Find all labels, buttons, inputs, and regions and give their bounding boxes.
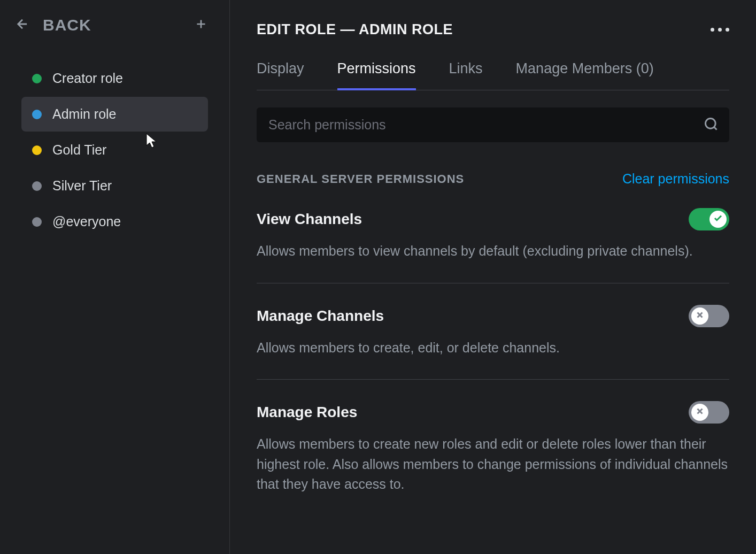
more-options-button[interactable] bbox=[711, 28, 729, 32]
tab-links[interactable]: Links bbox=[449, 60, 483, 90]
role-name-label: Silver Tier bbox=[52, 178, 112, 194]
add-role-button[interactable] bbox=[194, 17, 208, 33]
sidebar-item-everyone[interactable]: @everyone bbox=[21, 204, 208, 239]
permission-title: View Channels bbox=[257, 211, 362, 228]
toggle-thumb bbox=[691, 307, 708, 325]
role-name-label: Creator role bbox=[52, 71, 123, 86]
role-color-dot bbox=[32, 74, 42, 83]
svg-point-0 bbox=[706, 118, 716, 128]
search-container bbox=[257, 107, 729, 142]
permission-header: Manage Roles bbox=[257, 401, 729, 424]
permission-item-manage-channels: Manage Channels Allows members to create… bbox=[257, 305, 729, 380]
page-title: EDIT ROLE — ADMIN ROLE bbox=[257, 21, 453, 38]
sidebar-header: BACK bbox=[0, 16, 229, 34]
permission-item-manage-roles: Manage Roles Allows members to create ne… bbox=[257, 401, 729, 516]
role-name-label: Gold Tier bbox=[52, 142, 106, 158]
permission-toggle[interactable] bbox=[689, 305, 729, 327]
section-header: GENERAL SERVER PERMISSIONS Clear permiss… bbox=[257, 171, 729, 187]
search-icon bbox=[704, 117, 719, 134]
toggle-thumb bbox=[691, 404, 708, 421]
sidebar-item-gold-tier[interactable]: Gold Tier bbox=[21, 133, 208, 167]
clear-permissions-link[interactable]: Clear permissions bbox=[622, 171, 729, 187]
role-color-dot bbox=[32, 217, 42, 227]
tab-permissions[interactable]: Permissions bbox=[337, 60, 416, 90]
role-list: Creator role Admin role Gold Tier Silver… bbox=[0, 61, 229, 239]
arrow-left-icon bbox=[15, 17, 30, 34]
sidebar-item-admin-role[interactable]: Admin role bbox=[21, 97, 208, 132]
section-title: GENERAL SERVER PERMISSIONS bbox=[257, 172, 464, 186]
dots-icon bbox=[711, 28, 714, 32]
search-input[interactable] bbox=[257, 107, 729, 142]
sidebar: BACK Creator role Admin role Gold Tier S… bbox=[0, 0, 230, 554]
permission-title: Manage Roles bbox=[257, 404, 357, 421]
role-color-dot bbox=[32, 110, 42, 119]
role-name-label: @everyone bbox=[52, 214, 121, 229]
main-content: EDIT ROLE — ADMIN ROLE Display Permissio… bbox=[230, 0, 756, 554]
tab-manage-members[interactable]: Manage Members (0) bbox=[516, 60, 654, 90]
permission-description: Allows members to create, edit, or delet… bbox=[257, 338, 729, 358]
back-label: BACK bbox=[43, 16, 91, 34]
permission-description: Allows members to create new roles and e… bbox=[257, 434, 729, 495]
permission-header: View Channels bbox=[257, 208, 729, 230]
plus-icon bbox=[194, 24, 208, 33]
permission-title: Manage Channels bbox=[257, 307, 384, 325]
x-icon bbox=[695, 310, 705, 322]
sidebar-item-creator-role[interactable]: Creator role bbox=[21, 61, 208, 96]
toggle-thumb bbox=[709, 211, 727, 228]
main-header: EDIT ROLE — ADMIN ROLE bbox=[257, 21, 729, 38]
permission-header: Manage Channels bbox=[257, 305, 729, 327]
tab-display[interactable]: Display bbox=[257, 60, 304, 90]
permission-item-view-channels: View Channels Allows members to view cha… bbox=[257, 208, 729, 283]
x-icon bbox=[695, 406, 705, 418]
permission-toggle[interactable] bbox=[689, 208, 729, 230]
back-button[interactable]: BACK bbox=[15, 16, 91, 34]
dots-icon bbox=[718, 28, 722, 32]
role-color-dot bbox=[32, 145, 42, 155]
permission-description: Allows members to view channels by defau… bbox=[257, 241, 729, 261]
check-icon bbox=[713, 213, 723, 225]
role-name-label: Admin role bbox=[52, 106, 117, 122]
tabs: Display Permissions Links Manage Members… bbox=[257, 60, 729, 90]
permission-toggle[interactable] bbox=[689, 401, 729, 424]
sidebar-item-silver-tier[interactable]: Silver Tier bbox=[21, 168, 208, 203]
role-color-dot bbox=[32, 181, 42, 191]
dots-icon bbox=[726, 28, 729, 32]
